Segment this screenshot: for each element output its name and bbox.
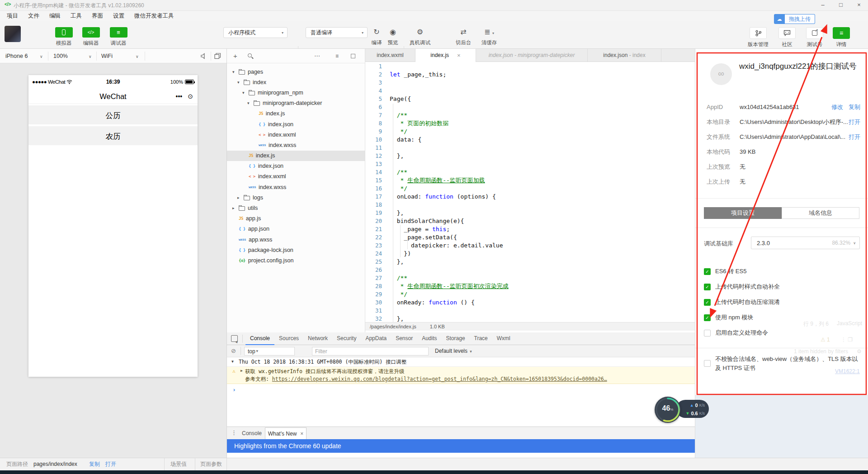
devtools-tab-sensor[interactable]: Sensor <box>391 332 417 345</box>
add-file-icon[interactable]: + <box>233 52 237 60</box>
tree-item-package-lock.json[interactable]: { }package-lock.json <box>227 245 365 255</box>
tree-item-project.config.json[interactable]: {o}project.config.json <box>227 255 365 265</box>
menu-item-3[interactable]: 工具 <box>66 11 87 21</box>
tree-item-index.wxss[interactable]: wxssindex.wxss <box>227 140 365 150</box>
editor-toggle[interactable]: </> 编辑器 <box>78 27 104 47</box>
devtools-tab-security[interactable]: Security <box>332 332 361 345</box>
minimize-button[interactable]: – <box>814 0 832 11</box>
drawer-tab-whats-new[interactable]: What's New × <box>265 427 307 440</box>
community-button[interactable] <box>778 27 796 39</box>
code-editor[interactable]: 1234567891011121314151617181920212223242… <box>365 62 695 322</box>
tree-item-index.js[interactable]: JSindex.js <box>227 109 365 119</box>
checkbox-checked-icon[interactable]: ✓ <box>704 314 711 321</box>
checkbox-unchecked-icon[interactable] <box>704 330 711 337</box>
tree-expand-icon[interactable]: ▾ <box>242 90 249 95</box>
simulator-toggle-button[interactable] <box>55 27 73 38</box>
base-library-select[interactable]: 2.3.0 86.32% ∨ <box>751 237 860 249</box>
screenshot-icon[interactable] <box>214 53 221 59</box>
close-tab-icon[interactable]: × <box>300 431 303 437</box>
devtools-tab-wxml[interactable]: Wxml <box>492 332 515 345</box>
switch-background-button[interactable]: ⇄ 切后台 <box>452 27 475 46</box>
devtools-tab-trace[interactable]: Trace <box>470 332 492 345</box>
network-speed-widget[interactable]: ▲ 0 K/s ▼ 0.6 K/s <box>676 400 709 418</box>
clear-cache-button[interactable]: ≣ ▾ 清缓存 <box>477 27 501 46</box>
execution-context-select[interactable]: top ▼ <box>244 347 295 356</box>
tree-expand-icon[interactable]: ▾ <box>247 101 254 105</box>
copy-path-link[interactable]: 复制 <box>89 458 100 470</box>
device-select[interactable]: iPhone 6 <box>5 49 28 63</box>
zoom-select[interactable]: 100% <box>53 49 68 63</box>
test-account[interactable]: ↗ 测试号 <box>801 27 829 48</box>
tree-item-app.wxss[interactable]: wxssapp.wxss <box>227 234 365 245</box>
checkbox-checked-icon[interactable]: ✓ <box>704 299 711 306</box>
version-control-button[interactable] <box>750 27 767 39</box>
tree-item-app.js[interactable]: JSapp.js <box>227 213 365 224</box>
menu-item-1[interactable]: 文件 <box>23 11 44 21</box>
console-group-message[interactable]: ▼ Thu Oct 18 2018 16:38:31 GMT+0800 (中国标… <box>227 357 695 367</box>
calendar-solar-row[interactable]: 公历 <box>28 105 198 125</box>
details-button[interactable]: ≡ <box>833 27 850 39</box>
network-select[interactable]: WiFi <box>101 49 113 63</box>
link-修改[interactable]: 修改 <box>831 103 843 111</box>
split-view-icon[interactable] <box>351 54 355 58</box>
tree-item-app.json[interactable]: { }app.json <box>227 224 365 234</box>
calendar-lunar-row[interactable]: 农历 <box>28 126 198 146</box>
menu-item-0[interactable]: 项目 <box>2 11 23 21</box>
tab-index-js[interactable]: index.js × <box>415 49 476 62</box>
menu-item-5[interactable]: 设置 <box>108 11 129 21</box>
debugger-toggle-button[interactable]: ≣ <box>110 27 127 38</box>
tree-collapse-icon[interactable]: ▸ <box>232 206 239 210</box>
user-avatar[interactable] <box>5 26 21 42</box>
devtools-tab-audits[interactable]: Audits <box>417 332 441 345</box>
option-上传代码时自动压缩混淆[interactable]: ✓上传代码时自动压缩混淆 <box>704 294 860 310</box>
drawer-tab-console[interactable]: Console <box>242 427 262 440</box>
tree-item-logs[interactable]: ▸logs <box>227 192 365 203</box>
devtools-tab-console[interactable]: Console <box>245 332 274 345</box>
menu-item-6[interactable]: 微信开发者工具 <box>129 11 179 21</box>
link-复制[interactable]: 复制 <box>849 103 860 111</box>
version-control[interactable]: 版本管理 <box>744 27 772 48</box>
cpu-usage-widget[interactable]: 46% <box>655 397 681 423</box>
link-打开[interactable]: 打开 <box>849 118 860 126</box>
inspect-cursor-icon[interactable] <box>231 335 238 342</box>
checkbox-checked-icon[interactable]: ✓ <box>704 268 711 275</box>
remote-debug-button[interactable]: ⚙ 真机调试 <box>408 27 432 46</box>
tree-item-index.wxml[interactable]: < >index.wxml <box>227 129 365 140</box>
tree-item-index.wxss[interactable]: wxssindex.wxss <box>227 182 365 192</box>
devtools-tab-network[interactable]: Network <box>303 332 332 345</box>
close-button[interactable]: × <box>850 0 868 11</box>
tab-index-wxml[interactable]: index.wxml <box>365 49 415 62</box>
option-ES6 转 ES5[interactable]: ✓ES6 转 ES5 <box>704 264 860 279</box>
tree-item-utils[interactable]: ▸utils <box>227 203 365 213</box>
tree-expand-icon[interactable]: ▾ <box>232 70 239 74</box>
tree-item-index.json[interactable]: { }index.json <box>227 161 365 171</box>
console-filter-input[interactable] <box>312 347 429 356</box>
console-prompt-icon[interactable]: › <box>232 386 236 393</box>
checkbox-checked-icon[interactable]: ✓ <box>704 284 711 290</box>
triangle-right-icon[interactable]: ▶ <box>241 369 243 373</box>
tree-item-index[interactable]: ▾index <box>227 77 365 87</box>
tree-item-index.wxml[interactable]: < >index.wxml <box>227 171 365 182</box>
test-account-button[interactable]: ↗ <box>806 27 823 39</box>
tree-collapse-icon[interactable]: ▸ <box>237 195 244 200</box>
tab-project-settings[interactable]: 项目设置 <box>704 207 782 219</box>
scene-value-label[interactable]: 场景值 <box>170 458 187 470</box>
clear-console-icon[interactable]: ⊘ <box>231 347 236 354</box>
option-启用自定义处理命令[interactable]: 启用自定义处理命令 <box>704 325 860 341</box>
simulator-toggle[interactable]: 模拟器 <box>51 27 76 47</box>
collapse-all-icon[interactable]: ≡ <box>335 52 339 60</box>
drag-upload-button[interactable]: ☁ 拖拽上传 <box>774 14 815 24</box>
devtools-tab-appdata[interactable]: AppData <box>361 332 391 345</box>
more-options-icon[interactable]: ⋯ <box>314 52 320 60</box>
triangle-down-icon[interactable]: ▼ <box>231 357 234 366</box>
tree-item-miniprogram-datepicker[interactable]: ▾miniprogram-datepicker <box>227 98 365 109</box>
compile-mode-select[interactable]: 普通编译 ▾ <box>306 27 368 38</box>
drawer-menu-icon[interactable]: ⋮ <box>231 429 237 436</box>
page-params-label[interactable]: 页面参数 <box>200 458 222 470</box>
mode-select[interactable]: 小程序模式 ▾ <box>223 27 288 38</box>
maximize-button[interactable]: □ <box>832 0 850 11</box>
devtools-tab-sources[interactable]: Sources <box>274 332 303 345</box>
sound-icon[interactable] <box>200 52 208 60</box>
menu-item-4[interactable]: 界面 <box>87 11 108 21</box>
project-details[interactable]: ≡ 详情 <box>827 27 855 48</box>
